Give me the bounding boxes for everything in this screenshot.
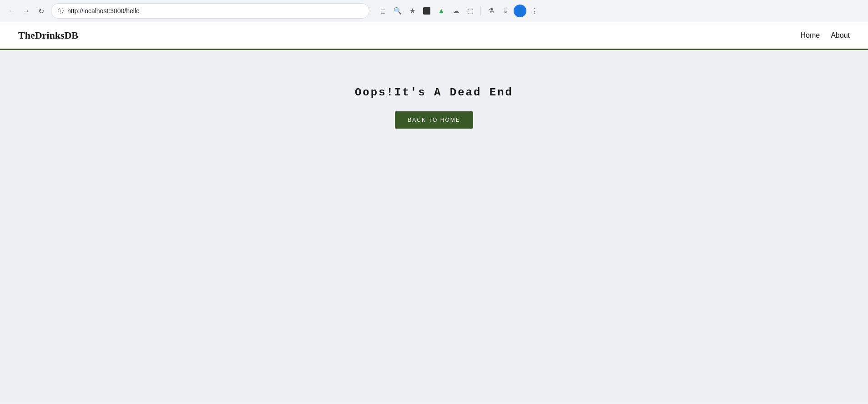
puzzle-button[interactable]: ▢ [464, 5, 477, 17]
download-icon: ⇓ [503, 7, 509, 15]
puzzle-icon: ▢ [467, 7, 474, 15]
back-home-button[interactable]: BACK TO HOME [395, 111, 473, 129]
shield-button[interactable]: ▲ [435, 5, 448, 17]
app-navbar: TheDrinksDB Home About [0, 22, 868, 50]
zoom-icon: 🔍 [394, 7, 402, 15]
cloud-icon: ☁ [453, 7, 459, 15]
address-bar[interactable]: ⓘ http://localhost:3000/hello [51, 3, 369, 19]
toolbar-divider [480, 6, 481, 15]
shield-icon: ▲ [438, 7, 445, 15]
about-nav-link[interactable]: About [831, 31, 850, 40]
extension-1-button[interactable] [420, 5, 433, 17]
reload-button[interactable]: ↻ [35, 5, 47, 17]
browser-toolbar: ← → ↻ ⓘ http://localhost:3000/hello □ 🔍 … [0, 0, 868, 22]
nav-links: Home About [801, 31, 850, 40]
zoom-icon-button[interactable]: 🔍 [391, 5, 404, 17]
screenshot-icon-button[interactable]: □ [377, 5, 389, 17]
lock-icon: ⓘ [58, 7, 64, 15]
back-icon: ← [8, 7, 15, 15]
screenshot-icon: □ [381, 7, 385, 15]
app-wrapper: TheDrinksDB Home About Oops!It's A Dead … [0, 22, 868, 402]
flask-icon: ⚗ [488, 7, 494, 15]
browser-chrome: ← → ↻ ⓘ http://localhost:3000/hello □ 🔍 … [0, 0, 868, 22]
main-content: Oops!It's A Dead End BACK TO HOME [0, 50, 868, 402]
url-text: http://localhost:3000/hello [67, 7, 363, 15]
forward-button[interactable]: → [20, 5, 33, 17]
back-button[interactable]: ← [5, 5, 18, 17]
profile-icon-symbol: 👤 [516, 7, 524, 15]
browser-toolbar-icons: □ 🔍 ★ ▲ ☁ ▢ ⚗ ⇓ [377, 5, 541, 17]
error-heading: Oops!It's A Dead End [355, 86, 513, 99]
app-logo[interactable]: TheDrinksDB [18, 30, 78, 41]
reload-icon: ↻ [38, 7, 44, 15]
cloud-button[interactable]: ☁ [449, 5, 462, 17]
menu-button[interactable]: ⋮ [528, 5, 541, 17]
profile-avatar[interactable]: 👤 [514, 5, 526, 17]
menu-icon: ⋮ [531, 7, 538, 15]
home-nav-link[interactable]: Home [801, 31, 820, 40]
download-button[interactable]: ⇓ [499, 5, 512, 17]
bookmark-icon-button[interactable]: ★ [406, 5, 419, 17]
flask-button[interactable]: ⚗ [484, 5, 497, 17]
browser-nav-buttons: ← → ↻ [5, 5, 47, 17]
star-icon: ★ [409, 7, 415, 15]
forward-icon: → [23, 7, 30, 15]
extension-1-icon [423, 7, 430, 15]
